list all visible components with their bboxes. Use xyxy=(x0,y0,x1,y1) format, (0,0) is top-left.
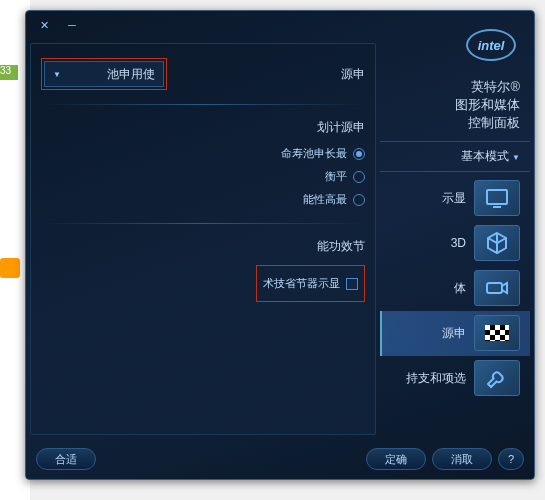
radio-label: 能性高最 xyxy=(303,192,347,207)
highlight-checkbox: 术技省节器示显 xyxy=(256,265,365,302)
bg-button xyxy=(0,258,20,278)
saving-label: 能功效节 xyxy=(41,234,365,259)
chevron-down-icon: ▼ xyxy=(53,70,61,79)
sidebar-item-power[interactable]: 源申 xyxy=(380,311,530,356)
radio-label: 命寿池申长最 xyxy=(281,146,347,161)
radio-max-performance[interactable]: 能性高最 xyxy=(303,192,365,207)
apply-button[interactable]: 合适 xyxy=(36,448,96,470)
plan-label: 划计源申 xyxy=(41,115,365,140)
sidebar-item-display[interactable]: 示显 xyxy=(380,176,530,221)
intel-control-panel: ✕ ─ intel 英特尔® 图形和媒体 控制面板 基本模式 ▼ 示显 3D xyxy=(25,10,535,480)
power-source-dropdown[interactable]: ▼ 池申用使 xyxy=(44,61,164,87)
sidebar-item-options[interactable]: 持支和项选 xyxy=(380,356,530,401)
sidebar-item-media[interactable]: 体 xyxy=(380,266,530,311)
intel-logo: intel xyxy=(466,29,516,61)
radio-indicator xyxy=(353,171,365,183)
sidebar-item-label: 示显 xyxy=(442,190,466,207)
sidebar-item-3d[interactable]: 3D xyxy=(380,221,530,266)
display-saving-checkbox[interactable]: 术技省节器示显 xyxy=(259,268,362,299)
sidebar-item-label: 体 xyxy=(454,280,466,297)
display-icon xyxy=(474,180,520,216)
divider xyxy=(41,223,365,224)
svg-rect-0 xyxy=(487,190,507,204)
sidebar-item-label: 持支和项选 xyxy=(406,370,466,387)
camera-icon xyxy=(474,270,520,306)
titlebar: ✕ ─ xyxy=(26,11,534,39)
close-button[interactable]: ✕ xyxy=(34,16,54,34)
sidebar: 英特尔® 图形和媒体 控制面板 基本模式 ▼ 示显 3D 体 xyxy=(380,43,530,435)
mode-selector[interactable]: 基本模式 ▼ xyxy=(380,141,530,172)
radio-balanced[interactable]: 衡平 xyxy=(325,169,365,184)
svg-rect-2 xyxy=(487,283,502,293)
cube-icon xyxy=(474,225,520,261)
ok-button[interactable]: 定确 xyxy=(366,448,426,470)
wrench-icon xyxy=(474,360,520,396)
cancel-button[interactable]: 消取 xyxy=(432,448,492,470)
checkbox-box xyxy=(346,278,358,290)
footer: 合适 定确 消取 ? xyxy=(26,439,534,479)
section-title: 源申 xyxy=(341,66,365,83)
checkbox-label: 术技省节器示显 xyxy=(263,276,340,291)
main-panel: ▼ 池申用使 源申 划计源申 命寿池申长最 衡平 能性高最 xyxy=(30,43,376,435)
sidebar-item-label: 源申 xyxy=(442,325,466,342)
minimize-button[interactable]: ─ xyxy=(62,16,82,34)
dropdown-value: 池申用使 xyxy=(107,66,155,83)
radio-indicator xyxy=(353,194,365,206)
flag-icon xyxy=(474,315,520,351)
radio-max-battery[interactable]: 命寿池申长最 xyxy=(281,146,365,161)
divider xyxy=(41,104,365,105)
radio-indicator xyxy=(353,148,365,160)
highlight-dropdown: ▼ 池申用使 xyxy=(41,58,167,90)
radio-label: 衡平 xyxy=(325,169,347,184)
power-plan-radios: 命寿池申长最 衡平 能性高最 xyxy=(41,140,365,213)
sidebar-item-label: 3D xyxy=(451,236,466,250)
bg-badge: 33 xyxy=(0,65,18,80)
help-button[interactable]: ? xyxy=(498,448,524,470)
brand-title: 英特尔® 图形和媒体 控制面板 xyxy=(380,43,530,141)
